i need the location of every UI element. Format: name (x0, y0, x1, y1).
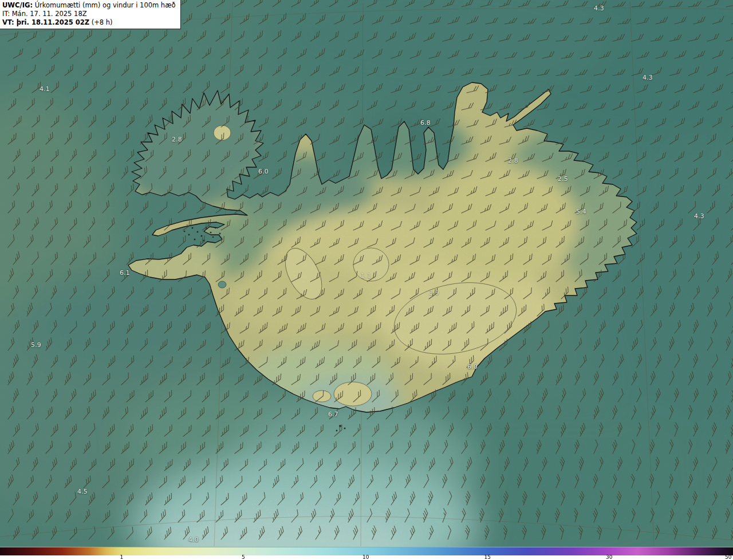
colorbar-tick-label: 10 (362, 555, 369, 560)
colorbar-tick-label: 5 (242, 555, 245, 560)
valid-time-line: VT: þri. 18.11.2025 02Z (+8 h) (2, 18, 176, 27)
colorbar-tick-label: 30 (606, 555, 612, 560)
grain-texture (0, 0, 733, 547)
map-canvas (0, 0, 733, 547)
title-box: UWC/IG: Úrkomumætti (mm) og vindur i 100… (0, 0, 181, 29)
init-time-text: IT: Mán. 17. 11. 2025 18Z (2, 10, 87, 18)
weather-map-viewport: 4.34.14.32.86.86.02.82.55.44.36.15.96.06… (0, 0, 733, 560)
model-name: UWC/IG: (2, 1, 33, 9)
precipitation-colorbar: 1510153050 (0, 547, 733, 560)
valid-time-rest: (+8 h) (89, 18, 113, 26)
map-title-text: Úrkomumætti (mm) og vindur i 100m hæð (33, 1, 176, 9)
init-time-line: IT: Mán. 17. 11. 2025 18Z (2, 10, 176, 18)
colorbar-tick-label: 1 (120, 555, 124, 560)
colorbar-ticks: 1510153050 (0, 555, 733, 560)
valid-time-bold: VT: þri. 18.11.2025 02Z (2, 18, 89, 26)
map-title-line: UWC/IG: Úrkomumætti (mm) og vindur i 100… (2, 1, 176, 10)
colorbar-tick-label: 15 (484, 555, 490, 560)
colorbar-tick-label: 50 (725, 555, 731, 560)
